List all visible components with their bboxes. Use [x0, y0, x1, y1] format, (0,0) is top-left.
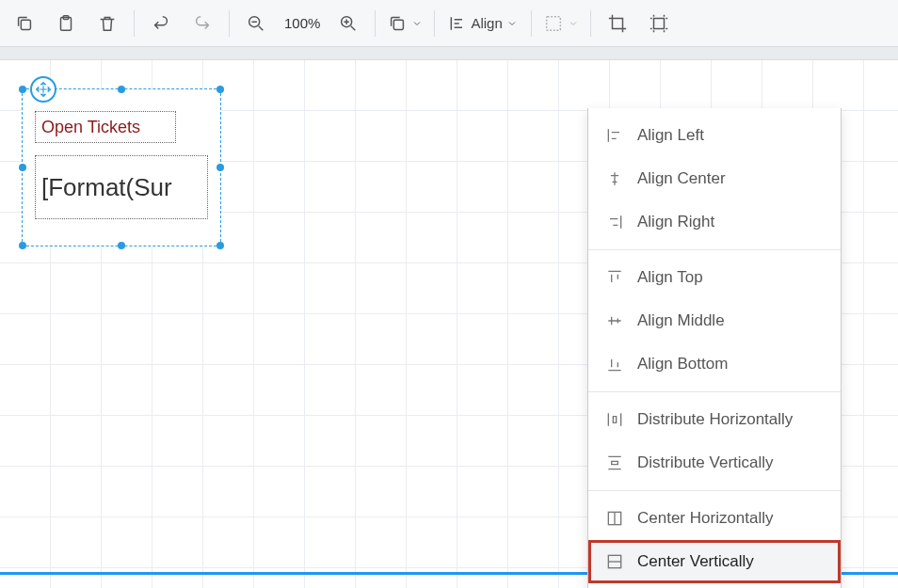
resize-handle-tm[interactable] [118, 86, 125, 93]
undo-icon [151, 13, 171, 34]
design-canvas[interactable]: Open Tickets [Format(Sur Align Left Alig… [0, 60, 898, 588]
align-bottom-icon [605, 355, 624, 373]
svg-rect-5 [394, 20, 404, 29]
svg-rect-6 [546, 16, 560, 30]
distribute-h-icon [605, 410, 624, 429]
crop-button[interactable] [597, 5, 638, 42]
align-center-icon [605, 169, 624, 188]
redo-icon [192, 13, 213, 34]
align-left-icon [605, 126, 624, 145]
data-element[interactable]: [Format(Sur [35, 155, 208, 219]
menu-align-center[interactable]: Align Center [588, 157, 841, 200]
toolbar-separator [229, 10, 230, 37]
resize-handle-tr[interactable] [216, 86, 224, 93]
menu-label: Center Horizontally [637, 509, 774, 528]
resize-handle-mr[interactable] [216, 164, 224, 171]
menu-label: Align Top [637, 268, 703, 287]
label-element[interactable]: Open Tickets [35, 111, 176, 143]
toolbar-separator [590, 10, 591, 37]
menu-label: Align Middle [637, 311, 725, 330]
align-dropdown-button[interactable]: Align [441, 5, 524, 42]
fit-icon [387, 13, 408, 34]
toolbar: 100% Align [0, 0, 898, 47]
center-h-icon [605, 509, 624, 528]
redo-button[interactable] [182, 5, 223, 42]
menu-align-bottom[interactable]: Align Bottom [588, 342, 841, 386]
paste-icon [56, 13, 76, 34]
chevron-down-icon [568, 18, 579, 29]
align-right-icon [605, 213, 624, 231]
group-dropdown [537, 5, 585, 42]
toolbar-separator [434, 10, 435, 37]
align-dropdown-menu: Align Left Align Center Align Right Alig… [587, 108, 842, 588]
menu-align-left[interactable]: Align Left [588, 114, 841, 157]
menu-divider [588, 391, 841, 392]
delete-button[interactable] [87, 5, 128, 42]
move-handle[interactable] [30, 76, 56, 103]
menu-label: Align Center [637, 169, 726, 188]
menu-label: Center Vertically [637, 552, 754, 571]
menu-align-top[interactable]: Align Top [588, 256, 841, 299]
chevron-down-icon [506, 18, 518, 29]
align-label: Align [471, 15, 502, 31]
zoom-in-button[interactable] [328, 5, 369, 42]
resize-handle-br[interactable] [216, 242, 224, 249]
artboard-button[interactable] [638, 5, 680, 42]
menu-align-right[interactable]: Align Right [588, 200, 841, 244]
menu-divider [588, 249, 841, 250]
menu-center-vertical[interactable]: Center Vertically [588, 540, 841, 583]
distribute-v-icon [605, 453, 624, 472]
fit-dropdown[interactable] [381, 5, 428, 42]
group-icon [543, 13, 564, 34]
svg-rect-0 [21, 20, 30, 29]
toolbar-separator [134, 10, 135, 37]
menu-label: Distribute Vertically [637, 453, 774, 472]
svg-rect-7 [653, 18, 664, 28]
menu-label: Align Right [637, 213, 714, 231]
toolbar-separator [375, 10, 376, 37]
menu-label: Distribute Horizontally [637, 410, 793, 429]
selection-box[interactable]: Open Tickets [Format(Sur [22, 88, 221, 246]
menu-label: Align Left [637, 126, 704, 145]
copy-button[interactable] [4, 5, 45, 42]
menu-center-horizontal[interactable]: Center Horizontally [588, 497, 841, 540]
zoom-level[interactable]: 100% [277, 15, 328, 31]
artboard-icon [649, 13, 669, 34]
align-top-icon [605, 268, 624, 287]
menu-label: Align Bottom [637, 355, 728, 373]
align-left-icon [448, 14, 467, 33]
move-icon [35, 81, 52, 98]
center-v-icon [605, 552, 624, 571]
trash-icon [97, 13, 118, 34]
menu-divider [588, 490, 841, 491]
menu-align-middle[interactable]: Align Middle [588, 299, 841, 342]
zoom-out-button[interactable] [235, 5, 277, 42]
menu-distribute-horizontal[interactable]: Distribute Horizontally [588, 398, 841, 441]
resize-handle-bm[interactable] [118, 242, 125, 249]
toolbar-substrip [0, 47, 898, 60]
paste-button[interactable] [45, 5, 87, 42]
zoom-out-icon [246, 13, 266, 34]
resize-handle-ml[interactable] [19, 164, 26, 171]
menu-distribute-vertical[interactable]: Distribute Vertically [588, 441, 841, 485]
crop-icon [607, 13, 628, 34]
resize-handle-tl[interactable] [19, 86, 26, 93]
chevron-down-icon [411, 18, 423, 29]
zoom-in-icon [338, 13, 359, 34]
toolbar-separator [531, 10, 532, 37]
align-middle-icon [605, 311, 624, 330]
copy-icon [14, 13, 35, 34]
resize-handle-bl[interactable] [19, 242, 26, 249]
undo-button[interactable] [140, 5, 182, 42]
